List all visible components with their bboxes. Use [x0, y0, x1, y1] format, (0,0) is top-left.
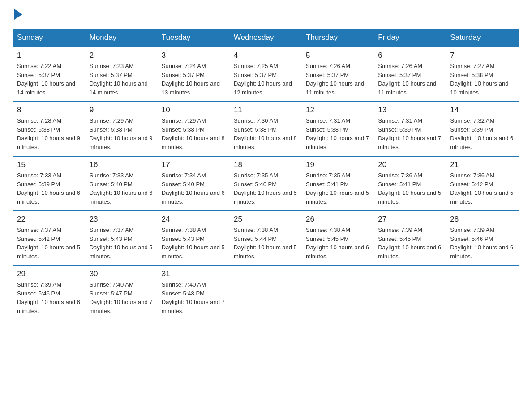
calendar-cell: 26Sunrise: 7:38 AMSunset: 5:45 PMDayligh… — [302, 211, 374, 265]
calendar-cell: 7Sunrise: 7:27 AMSunset: 5:38 PMDaylight… — [446, 47, 519, 102]
weekday-header-saturday: Saturday — [446, 29, 519, 47]
calendar-cell — [230, 265, 302, 320]
day-number: 6 — [378, 51, 442, 60]
day-number: 11 — [234, 106, 298, 115]
calendar-cell: 29Sunrise: 7:39 AMSunset: 5:46 PMDayligh… — [13, 265, 86, 320]
calendar-week-row: 29Sunrise: 7:39 AMSunset: 5:46 PMDayligh… — [13, 265, 519, 320]
logo — [13, 9, 22, 20]
calendar-cell: 25Sunrise: 7:38 AMSunset: 5:44 PMDayligh… — [230, 211, 302, 265]
day-number: 14 — [450, 106, 515, 115]
calendar-cell: 27Sunrise: 7:39 AMSunset: 5:45 PMDayligh… — [374, 211, 446, 265]
calendar-cell: 23Sunrise: 7:37 AMSunset: 5:43 PMDayligh… — [86, 211, 158, 265]
calendar-cell: 5Sunrise: 7:26 AMSunset: 5:37 PMDaylight… — [302, 47, 374, 102]
day-number: 8 — [17, 106, 82, 115]
day-number: 9 — [90, 106, 154, 115]
day-number: 28 — [450, 215, 515, 224]
calendar-week-row: 1Sunrise: 7:22 AMSunset: 5:37 PMDaylight… — [13, 47, 519, 102]
day-number: 27 — [378, 215, 442, 224]
calendar-cell: 12Sunrise: 7:31 AMSunset: 5:38 PMDayligh… — [302, 102, 374, 156]
calendar-cell: 15Sunrise: 7:33 AMSunset: 5:39 PMDayligh… — [13, 156, 86, 211]
calendar-cell: 31Sunrise: 7:40 AMSunset: 5:48 PMDayligh… — [158, 265, 230, 320]
day-number: 24 — [162, 215, 226, 224]
calendar-cell: 14Sunrise: 7:32 AMSunset: 5:39 PMDayligh… — [446, 102, 519, 156]
weekday-header-sunday: Sunday — [13, 29, 86, 47]
day-number: 17 — [162, 160, 226, 169]
calendar-cell: 3Sunrise: 7:24 AMSunset: 5:37 PMDaylight… — [158, 47, 230, 102]
weekday-header-wednesday: Wednesday — [230, 29, 302, 47]
day-info: Sunrise: 7:31 AMSunset: 5:39 PMDaylight:… — [378, 116, 442, 151]
day-number: 1 — [17, 51, 82, 60]
day-number: 5 — [306, 51, 370, 60]
calendar-cell: 9Sunrise: 7:29 AMSunset: 5:38 PMDaylight… — [86, 102, 158, 156]
day-info: Sunrise: 7:31 AMSunset: 5:38 PMDaylight:… — [306, 116, 370, 151]
calendar-cell — [374, 265, 446, 320]
calendar-cell: 13Sunrise: 7:31 AMSunset: 5:39 PMDayligh… — [374, 102, 446, 156]
calendar-cell: 6Sunrise: 7:26 AMSunset: 5:37 PMDaylight… — [374, 47, 446, 102]
day-number: 23 — [90, 215, 154, 224]
day-info: Sunrise: 7:32 AMSunset: 5:39 PMDaylight:… — [450, 116, 515, 151]
calendar-cell: 22Sunrise: 7:37 AMSunset: 5:42 PMDayligh… — [13, 211, 86, 265]
day-info: Sunrise: 7:38 AMSunset: 5:44 PMDaylight:… — [234, 226, 298, 261]
calendar-week-row: 8Sunrise: 7:28 AMSunset: 5:38 PMDaylight… — [13, 102, 519, 156]
day-info: Sunrise: 7:34 AMSunset: 5:40 PMDaylight:… — [162, 171, 226, 206]
day-info: Sunrise: 7:38 AMSunset: 5:43 PMDaylight:… — [162, 226, 226, 261]
svg-marker-0 — [14, 9, 22, 20]
day-info: Sunrise: 7:26 AMSunset: 5:37 PMDaylight:… — [306, 62, 370, 97]
day-number: 16 — [90, 160, 154, 169]
day-info: Sunrise: 7:33 AMSunset: 5:39 PMDaylight:… — [17, 171, 82, 206]
day-info: Sunrise: 7:37 AMSunset: 5:43 PMDaylight:… — [90, 226, 154, 261]
day-number: 18 — [234, 160, 298, 169]
day-info: Sunrise: 7:37 AMSunset: 5:42 PMDaylight:… — [17, 226, 82, 261]
day-info: Sunrise: 7:35 AMSunset: 5:40 PMDaylight:… — [234, 171, 298, 206]
calendar-cell: 21Sunrise: 7:36 AMSunset: 5:42 PMDayligh… — [446, 156, 519, 211]
day-info: Sunrise: 7:26 AMSunset: 5:37 PMDaylight:… — [378, 62, 442, 97]
calendar-cell: 2Sunrise: 7:23 AMSunset: 5:37 PMDaylight… — [86, 47, 158, 102]
day-number: 15 — [17, 160, 82, 169]
calendar-table: SundayMondayTuesdayWednesdayThursdayFrid… — [13, 29, 519, 320]
calendar-cell: 8Sunrise: 7:28 AMSunset: 5:38 PMDaylight… — [13, 102, 86, 156]
day-number: 20 — [378, 160, 442, 169]
day-info: Sunrise: 7:29 AMSunset: 5:38 PMDaylight:… — [90, 116, 154, 151]
day-number: 19 — [306, 160, 370, 169]
day-info: Sunrise: 7:39 AMSunset: 5:46 PMDaylight:… — [450, 226, 515, 261]
day-number: 26 — [306, 215, 370, 224]
day-number: 3 — [162, 51, 226, 60]
day-number: 31 — [162, 270, 226, 278]
calendar-cell: 16Sunrise: 7:33 AMSunset: 5:40 PMDayligh… — [86, 156, 158, 211]
calendar-cell — [302, 265, 374, 320]
day-info: Sunrise: 7:39 AMSunset: 5:45 PMDaylight:… — [378, 226, 442, 261]
day-info: Sunrise: 7:28 AMSunset: 5:38 PMDaylight:… — [17, 116, 82, 151]
day-number: 4 — [234, 51, 298, 60]
weekday-header-row: SundayMondayTuesdayWednesdayThursdayFrid… — [13, 29, 519, 47]
calendar-cell: 1Sunrise: 7:22 AMSunset: 5:37 PMDaylight… — [13, 47, 86, 102]
day-info: Sunrise: 7:23 AMSunset: 5:37 PMDaylight:… — [90, 62, 154, 97]
day-info: Sunrise: 7:36 AMSunset: 5:41 PMDaylight:… — [378, 171, 442, 206]
day-number: 13 — [378, 106, 442, 115]
calendar-cell — [446, 265, 519, 320]
day-number: 25 — [234, 215, 298, 224]
calendar-cell: 10Sunrise: 7:29 AMSunset: 5:38 PMDayligh… — [158, 102, 230, 156]
day-number: 21 — [450, 160, 515, 169]
day-info: Sunrise: 7:33 AMSunset: 5:40 PMDaylight:… — [90, 171, 154, 206]
weekday-header-friday: Friday — [374, 29, 446, 47]
calendar-cell: 4Sunrise: 7:25 AMSunset: 5:37 PMDaylight… — [230, 47, 302, 102]
calendar-cell: 19Sunrise: 7:35 AMSunset: 5:41 PMDayligh… — [302, 156, 374, 211]
calendar-cell: 18Sunrise: 7:35 AMSunset: 5:40 PMDayligh… — [230, 156, 302, 211]
logo-triangle-icon — [14, 9, 22, 20]
day-info: Sunrise: 7:39 AMSunset: 5:46 PMDaylight:… — [17, 280, 82, 315]
day-number: 29 — [17, 270, 82, 278]
weekday-header-tuesday: Tuesday — [158, 29, 230, 47]
calendar-cell: 11Sunrise: 7:30 AMSunset: 5:38 PMDayligh… — [230, 102, 302, 156]
day-info: Sunrise: 7:30 AMSunset: 5:38 PMDaylight:… — [234, 116, 298, 151]
day-info: Sunrise: 7:38 AMSunset: 5:45 PMDaylight:… — [306, 226, 370, 261]
weekday-header-thursday: Thursday — [302, 29, 374, 47]
calendar-cell: 24Sunrise: 7:38 AMSunset: 5:43 PMDayligh… — [158, 211, 230, 265]
calendar-week-row: 15Sunrise: 7:33 AMSunset: 5:39 PMDayligh… — [13, 156, 519, 211]
calendar-cell: 20Sunrise: 7:36 AMSunset: 5:41 PMDayligh… — [374, 156, 446, 211]
day-number: 10 — [162, 106, 226, 115]
day-number: 7 — [450, 51, 515, 60]
day-info: Sunrise: 7:36 AMSunset: 5:42 PMDaylight:… — [450, 171, 515, 206]
calendar-cell: 17Sunrise: 7:34 AMSunset: 5:40 PMDayligh… — [158, 156, 230, 211]
day-info: Sunrise: 7:27 AMSunset: 5:38 PMDaylight:… — [450, 62, 515, 97]
day-info: Sunrise: 7:25 AMSunset: 5:37 PMDaylight:… — [234, 62, 298, 97]
